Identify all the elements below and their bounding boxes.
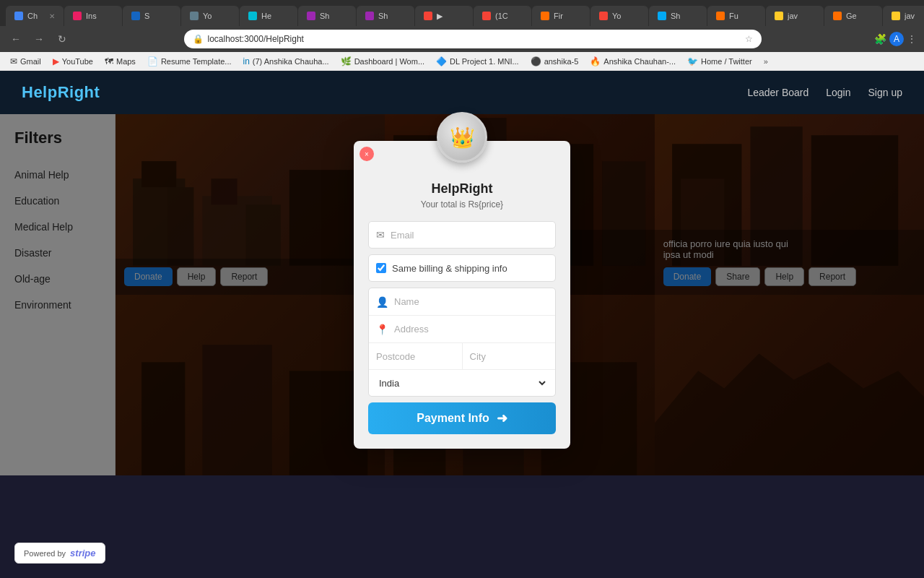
- url-display[interactable]: localhost:3000/HelpRight: [208, 34, 741, 44]
- tab-label: ▶: [437, 12, 464, 21]
- maps-icon: 🗺: [105, 56, 113, 66]
- email-icon: ✉: [376, 229, 385, 241]
- tab-favicon: [892, 12, 900, 20]
- tab-favicon: [190, 12, 199, 20]
- city-input[interactable]: [470, 351, 549, 362]
- tab-favicon: [131, 12, 140, 20]
- github-icon: ⚫: [531, 56, 541, 66]
- tab-fu[interactable]: Fu: [707, 6, 765, 26]
- tab-label: Ch: [27, 12, 42, 20]
- name-field[interactable]: 👤: [369, 288, 555, 316]
- bookmarks-more[interactable]: »: [764, 57, 768, 66]
- tab-1c[interactable]: (1C: [474, 6, 531, 26]
- tab-bar: Ch ✕ Ins S Yo He Sh Sh ▶ (1C Fir Yo: [0, 0, 924, 26]
- tab-sh1[interactable]: Sh: [298, 6, 356, 26]
- modal-crown-circle: 👑: [437, 112, 487, 163]
- address-section: 👤 📍: [368, 288, 556, 397]
- tab-favicon: [73, 12, 82, 20]
- profile-icon[interactable]: A: [889, 32, 904, 46]
- menu-icon[interactable]: ⋮: [907, 33, 917, 45]
- tab-sh2[interactable]: Sh: [357, 6, 414, 26]
- email-input[interactable]: [391, 230, 548, 241]
- tab-fir[interactable]: Fir: [532, 6, 590, 26]
- bookmark-youtube[interactable]: ▶ YouTube: [50, 55, 96, 68]
- same-billing-checkbox[interactable]: [376, 263, 386, 273]
- signup-link[interactable]: Sign up: [868, 87, 902, 98]
- address-field[interactable]: 📍: [369, 316, 555, 343]
- navbar-links: Leader Board Login Sign up: [747, 87, 902, 98]
- tab-label: S: [144, 12, 172, 20]
- reload-button[interactable]: ↻: [53, 30, 71, 48]
- tab-label: Fu: [729, 12, 757, 20]
- tab-label: (1C: [495, 12, 523, 20]
- bookmark-dashboard[interactable]: 🌿 Dashboard | Wom...: [338, 55, 427, 68]
- country-select[interactable]: India United States United Kingdom Canad…: [376, 377, 548, 389]
- modal-overlay[interactable]: 👑 × HelpRight Your total is Rs{price} ✉ …: [0, 114, 924, 475]
- tab-s[interactable]: S: [123, 6, 180, 26]
- forward-button[interactable]: →: [30, 30, 48, 48]
- tab-label: Ins: [86, 12, 113, 20]
- payment-info-button[interactable]: Payment Info ➜: [368, 402, 556, 434]
- tab-jav1[interactable]: jav: [766, 6, 824, 26]
- resume-icon: 📄: [147, 56, 158, 66]
- bookmark-dl[interactable]: 🔷 DL Project 1. MNI...: [433, 55, 522, 68]
- bookmark-label: anshika-5: [544, 57, 579, 66]
- city-field[interactable]: [463, 343, 556, 369]
- name-input[interactable]: [394, 296, 548, 307]
- address-input[interactable]: [394, 324, 548, 335]
- tab-favicon: [365, 12, 374, 20]
- leaderboard-link[interactable]: Leader Board: [747, 87, 808, 98]
- country-select-wrapper[interactable]: India United States United Kingdom Canad…: [369, 370, 555, 396]
- modal-icon-wrapper: 👑: [437, 112, 487, 163]
- bookmark-label: DL Project 1. MNI...: [450, 57, 519, 66]
- tab-sh3[interactable]: Sh: [649, 6, 707, 26]
- tab-label: Yo: [203, 12, 230, 20]
- payment-button-label: Payment Info: [417, 412, 489, 425]
- tab-label: Sh: [671, 12, 698, 20]
- tab-he[interactable]: He: [240, 6, 297, 26]
- tab-ch[interactable]: Ch ✕: [6, 6, 64, 26]
- tab-label: He: [261, 12, 289, 20]
- tab-favicon: [599, 12, 608, 20]
- tab-jav2[interactable]: jav: [883, 6, 924, 26]
- tab-yo[interactable]: Yo: [181, 6, 239, 26]
- tab-favicon: [482, 12, 491, 20]
- tab-yt[interactable]: ▶: [415, 6, 473, 26]
- crown-icon: 👑: [450, 126, 475, 150]
- bookmark-twitter[interactable]: 🐦 Home / Twitter: [684, 55, 755, 68]
- modal-close-button[interactable]: ×: [359, 147, 374, 161]
- youtube-icon: ▶: [53, 56, 59, 66]
- login-link[interactable]: Login: [826, 87, 850, 98]
- bookmark-resume[interactable]: 📄 Resume Template...: [144, 55, 235, 68]
- bookmark-linkedin[interactable]: in (7) Anshika Chauha...: [240, 55, 332, 68]
- tab-ge[interactable]: Ge: [824, 6, 882, 26]
- powered-by-text: Powered by: [24, 549, 66, 558]
- tab-favicon: [775, 12, 783, 20]
- bookmark-star-icon[interactable]: ☆: [745, 34, 753, 44]
- tab-favicon: [716, 12, 725, 20]
- bookmark-github[interactable]: ⚫ anshika-5: [528, 55, 582, 68]
- bookmark-label: Maps: [116, 57, 136, 66]
- tab-favicon: [424, 12, 432, 20]
- tab-label: Fir: [554, 12, 581, 20]
- tab-yo2[interactable]: Yo: [590, 6, 648, 26]
- bookmark-gmail[interactable]: ✉ Gmail: [7, 55, 44, 68]
- email-field[interactable]: ✉: [368, 221, 556, 249]
- bookmark-label: YouTube: [62, 57, 93, 66]
- tab-ins[interactable]: Ins: [64, 6, 122, 26]
- main-content: Filters Animal Help Education Medical He…: [0, 114, 924, 475]
- tab-label: Ge: [846, 12, 873, 20]
- tab-close[interactable]: ✕: [49, 12, 55, 20]
- extensions-icon[interactable]: 🧩: [874, 33, 886, 45]
- postcode-field[interactable]: [369, 343, 463, 369]
- same-billing-label: Same billing & shipping info: [392, 263, 507, 274]
- dashboard-icon: 🌿: [341, 56, 352, 66]
- tab-favicon: [541, 12, 549, 20]
- bookmark-anshika[interactable]: 🔥 Anshika Chauhan-...: [587, 55, 679, 68]
- stripe-footer: Powered by stripe: [14, 543, 105, 564]
- app-logo: HelpRight: [22, 83, 100, 102]
- bookmark-maps[interactable]: 🗺 Maps: [102, 55, 139, 68]
- tab-favicon: [14, 12, 23, 20]
- back-button[interactable]: ←: [7, 30, 25, 48]
- postcode-input[interactable]: [376, 351, 455, 362]
